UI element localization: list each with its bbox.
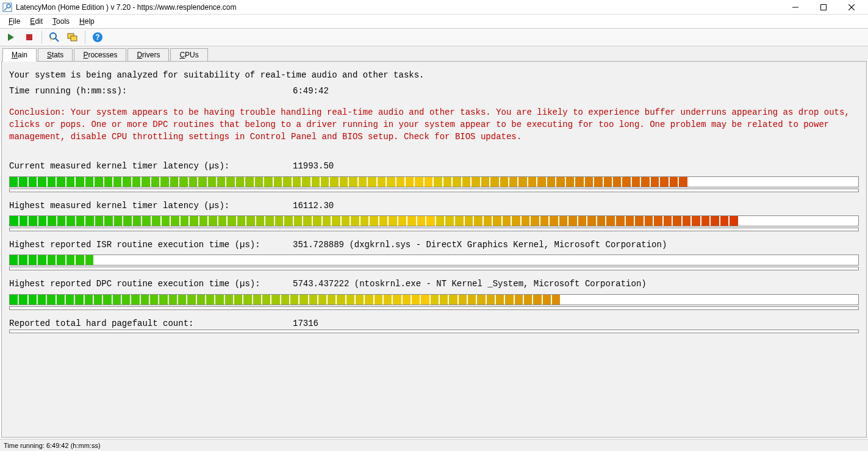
- close-button[interactable]: [838, 0, 866, 15]
- tab-main[interactable]: Main: [2, 48, 37, 62]
- minimize-button[interactable]: [781, 0, 809, 15]
- metric-block: Current measured kernel timer latency (µ…: [9, 160, 859, 192]
- metric-value: 11993.50: [293, 160, 334, 172]
- bar-underline: [9, 306, 859, 310]
- window-title: LatencyMon (Home Edition ) v 7.20 - http…: [16, 3, 781, 12]
- metric-value: 5743.437222 (ntoskrnl.exe - NT Kernel _S…: [293, 278, 647, 290]
- tab-processes[interactable]: Processes: [74, 48, 126, 61]
- latency-bar: [9, 215, 859, 226]
- menu-tools[interactable]: Tools: [48, 16, 74, 27]
- analyze-button[interactable]: [47, 30, 62, 45]
- titlebar: LatencyMon (Home Edition ) v 7.20 - http…: [0, 0, 868, 15]
- bar-underline: [9, 189, 859, 192]
- metric-value: 17316: [293, 317, 318, 330]
- bar-underline: [9, 330, 859, 333]
- svg-rect-12: [71, 36, 77, 41]
- metric-block: Highest measured kernel timer latency (µ…: [9, 200, 859, 231]
- svg-rect-8: [26, 34, 32, 40]
- tab-stats[interactable]: Stats: [38, 48, 73, 61]
- stop-icon: [25, 33, 34, 41]
- start-button[interactable]: [4, 30, 18, 45]
- svg-marker-7: [8, 34, 14, 41]
- bar-underline: [9, 228, 859, 231]
- window-controls: [781, 0, 866, 15]
- windows-icon: [67, 32, 78, 43]
- conclusion-text: Conclusion: Your system appears to be ha…: [9, 106, 859, 143]
- svg-line-10: [56, 38, 59, 41]
- main-panel: Your system is being analyzed for suitab…: [1, 61, 867, 438]
- app-icon: [2, 2, 12, 12]
- metric-value: 16112.30: [293, 200, 334, 212]
- processes-button[interactable]: [65, 30, 80, 45]
- statusbar: Time running: 6:49:42 (h:mm:ss): [0, 439, 868, 451]
- metric-value: 351.728889 (dxgkrnl.sys - DirectX Graphi…: [293, 239, 667, 251]
- metric-label: Highest reported DPC routine execution t…: [9, 278, 293, 290]
- metric-label: Reported total hard pagefault count:: [9, 317, 293, 330]
- svg-rect-4: [821, 4, 827, 10]
- metric-block: Reported total hard pagefault count:1731…: [9, 317, 859, 333]
- metric-block: Highest reported DPC routine execution t…: [9, 278, 859, 309]
- metric-block: Highest reported ISR routine execution t…: [9, 239, 859, 270]
- svg-text:?: ?: [95, 33, 99, 41]
- svg-point-9: [50, 33, 56, 39]
- tab-drivers[interactable]: Drivers: [127, 48, 169, 61]
- metric-label: Current measured kernel timer latency (µ…: [9, 160, 293, 172]
- toolbar-separator: [41, 31, 42, 44]
- maximize-button[interactable]: [809, 0, 838, 15]
- menu-file[interactable]: File: [4, 16, 25, 27]
- bar-underline: [9, 267, 859, 270]
- latency-bar: [9, 254, 859, 265]
- help-button[interactable]: ?: [90, 30, 105, 45]
- menu-help[interactable]: Help: [74, 16, 99, 27]
- tabstrip: Main Stats Processes Drivers CPUs: [0, 46, 868, 61]
- intro-text: Your system is being analyzed for suitab…: [9, 69, 859, 81]
- magnifier-icon: [49, 32, 60, 43]
- toolbar: ?: [0, 28, 868, 46]
- metric-label: Highest reported ISR routine execution t…: [9, 239, 293, 251]
- status-text: Time running: 6:49:42 (h:mm:ss): [4, 442, 101, 449]
- latency-bar: [9, 176, 859, 187]
- time-value: 6:49:42: [293, 85, 329, 97]
- time-row: Time running (h:mm:ss): 6:49:42: [9, 85, 859, 97]
- time-label: Time running (h:mm:ss):: [9, 85, 293, 97]
- help-icon: ?: [92, 32, 103, 43]
- menu-edit[interactable]: Edit: [25, 16, 48, 27]
- toolbar-separator-2: [85, 31, 85, 44]
- stop-button[interactable]: [22, 30, 37, 45]
- menubar: File Edit Tools Help: [0, 15, 868, 28]
- tab-cpus[interactable]: CPUs: [170, 48, 207, 61]
- metric-label: Highest measured kernel timer latency (µ…: [9, 200, 293, 212]
- metrics-container: Current measured kernel timer latency (µ…: [9, 160, 859, 340]
- latency-bar: [9, 294, 859, 305]
- play-icon: [7, 33, 15, 41]
